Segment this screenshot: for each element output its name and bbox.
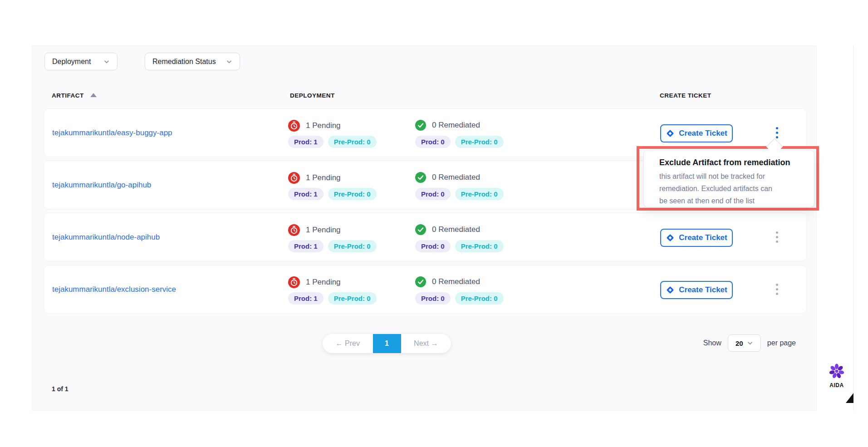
chevron-down-icon — [747, 340, 753, 346]
preprod-badge: Pre-Prod: 0 — [455, 188, 504, 200]
mouse-cursor — [846, 393, 853, 403]
remediated-check-icon — [415, 276, 426, 287]
create-ticket-label: Create Ticket — [679, 285, 727, 295]
artifact-link[interactable]: tejakummarikuntla/go-apihub — [52, 161, 151, 209]
tooltip-body-line: remediation. Excluded artifacts can — [659, 182, 814, 195]
artifact-header-label: ARTIFACT — [52, 92, 84, 99]
row-actions-kebab-menu[interactable] — [770, 265, 783, 313]
prod-badge: Prod: 0 — [415, 292, 451, 305]
current-page-button[interactable]: 1 — [373, 334, 401, 353]
remediated-count-label: 0 Remediated — [432, 225, 480, 234]
deployment-filter-label: Deployment — [52, 58, 91, 66]
prev-page-button[interactable]: ← Prev — [323, 334, 373, 353]
prod-badge: Prod: 0 — [415, 240, 451, 252]
deployment-column-header: DEPLOYMENT — [290, 89, 335, 103]
remediated-count-label: 0 Remediated — [432, 173, 480, 182]
tooltip-title: Exclude Artifact from remediation — [659, 158, 814, 167]
pending-timer-icon — [288, 276, 300, 288]
aida-flower-icon — [829, 363, 845, 379]
create-ticket-button[interactable]: Create Ticket — [660, 229, 733, 247]
chevron-down-icon — [103, 59, 110, 65]
remediated-count-label: 0 Remediated — [432, 121, 480, 130]
prod-badge: Prod: 1 — [288, 292, 324, 305]
artifact-link[interactable]: tejakummarikuntla/exclusion-service — [52, 265, 176, 313]
row-actions-kebab-menu[interactable] — [770, 213, 783, 261]
remediated-check-icon — [415, 172, 426, 183]
pending-count-label: 1 Pending — [306, 278, 341, 287]
preprod-badge: Pre-Prod: 0 — [328, 188, 377, 200]
aida-brand-badge[interactable]: AIDA — [827, 363, 847, 388]
aida-brand-label: AIDA — [827, 382, 847, 388]
filter-bar: Deployment Remediation Status — [44, 53, 240, 70]
pending-count-label: 1 Pending — [306, 121, 341, 130]
artifact-table-body: tejakummarikuntla/easy-buggy-app 1 Pendi… — [44, 108, 807, 317]
page-count-summary: 1 of 1 — [52, 379, 69, 398]
table-header: ARTIFACT DEPLOYMENT CREATE TICKET — [32, 89, 816, 103]
page: Deployment Remediation Status ARTIFACT D… — [0, 0, 868, 447]
remediated-check-icon — [415, 224, 426, 235]
pagination-control: ← Prev 1 Next → — [323, 334, 451, 353]
pending-timer-icon — [288, 172, 300, 184]
tooltip-body-line: this artifact will not be tracked for — [659, 170, 814, 182]
exclude-artifact-tooltip: Exclude Artifact from remediation this a… — [643, 150, 814, 207]
per-page-label: per page — [767, 339, 796, 347]
show-label: Show — [703, 339, 721, 347]
pending-timer-icon — [288, 224, 300, 236]
create-ticket-button[interactable]: Create Ticket — [660, 124, 733, 142]
jira-diamond-icon — [666, 129, 675, 138]
remediated-check-icon — [415, 120, 426, 131]
preprod-badge: Pre-Prod: 0 — [455, 136, 504, 148]
pending-count-label: 1 Pending — [306, 226, 341, 235]
prod-badge: Prod: 0 — [415, 136, 451, 148]
create-ticket-label: Create Ticket — [679, 233, 727, 242]
preprod-badge: Pre-Prod: 0 — [455, 240, 504, 252]
artifact-column-header[interactable]: ARTIFACT — [52, 89, 97, 103]
tooltip-body-line: be seen at then end of the list — [659, 195, 814, 207]
create-ticket-column-header: CREATE TICKET — [660, 89, 711, 103]
prod-badge: Prod: 1 — [288, 136, 324, 148]
preprod-badge: Pre-Prod: 0 — [328, 136, 377, 148]
next-page-button[interactable]: Next → — [401, 334, 451, 353]
create-ticket-label: Create Ticket — [679, 129, 727, 138]
sort-ascending-icon — [90, 93, 97, 97]
preprod-badge: Pre-Prod: 0 — [328, 292, 377, 305]
jira-diamond-icon — [666, 285, 675, 295]
remediation-panel: Deployment Remediation Status ARTIFACT D… — [32, 45, 817, 411]
jira-diamond-icon — [666, 233, 675, 242]
scrollbar[interactable] — [853, 45, 853, 411]
page-size-dropdown[interactable]: 20 — [728, 334, 761, 352]
table-row: tejakummarikuntla/node-apihub 1 Pending … — [44, 213, 807, 261]
remediation-status-filter-label: Remediation Status — [152, 58, 216, 66]
create-ticket-button[interactable]: Create Ticket — [660, 281, 733, 299]
tooltip-body: this artifact will not be tracked for re… — [659, 170, 814, 207]
pending-count-label: 1 Pending — [306, 173, 341, 182]
page-size-control: Show 20 per page — [703, 333, 796, 353]
preprod-badge: Pre-Prod: 0 — [328, 240, 377, 252]
prod-badge: Prod: 1 — [288, 188, 324, 200]
deployment-filter-dropdown[interactable]: Deployment — [44, 53, 118, 70]
chevron-down-icon — [226, 59, 232, 65]
preprod-badge: Pre-Prod: 0 — [455, 292, 504, 305]
prod-badge: Prod: 0 — [415, 188, 451, 200]
artifact-link[interactable]: tejakummarikuntla/node-apihub — [52, 213, 160, 261]
remediation-status-filter-dropdown[interactable]: Remediation Status — [145, 53, 240, 70]
artifact-link[interactable]: tejakummarikuntla/easy-buggy-app — [52, 109, 172, 157]
pending-timer-icon — [288, 120, 300, 132]
prod-badge: Prod: 1 — [288, 240, 324, 252]
table-row: tejakummarikuntla/exclusion-service 1 Pe… — [44, 265, 807, 314]
page-size-value: 20 — [736, 339, 743, 347]
remediated-count-label: 0 Remediated — [432, 277, 480, 286]
